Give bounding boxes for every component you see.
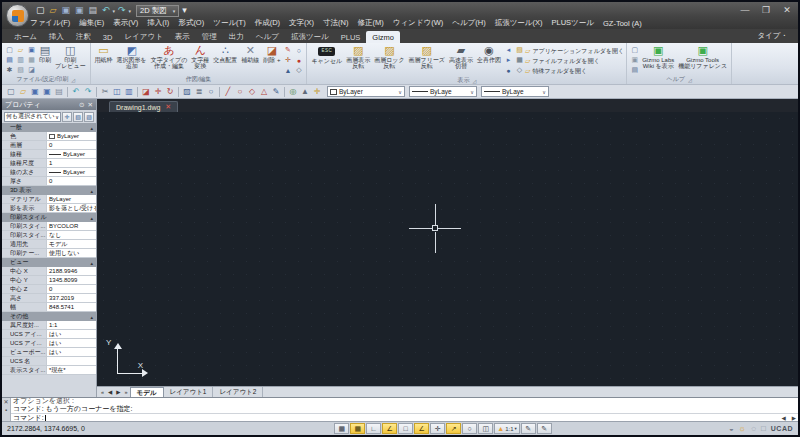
ribbon-tab-出力[interactable]: 出力 xyxy=(223,30,250,43)
gizmo-labs-wiki-button[interactable]: ▣Gizmo LabsWiki を表示 xyxy=(640,44,676,70)
property-value[interactable]: 1:1 xyxy=(46,321,96,329)
clean-screen-icon[interactable]: ◌ xyxy=(751,424,756,433)
workspace-dropdown[interactable]: 2D 製図▾ xyxy=(136,5,179,17)
save-dwg-icon[interactable]: ▤ xyxy=(4,55,15,65)
help-page-icon[interactable]: ▣ xyxy=(629,55,640,65)
annotation-scale-button[interactable]: ▲1:1▾ xyxy=(494,423,520,434)
export-icon[interactable]: ▥ xyxy=(15,55,26,65)
grid-toggle[interactable]: ▦ xyxy=(350,423,365,434)
view-grid-icon[interactable]: ▦ xyxy=(514,55,525,65)
drawing-canvas[interactable]: Y X xyxy=(97,112,798,386)
draw-arc-icon[interactable]: △ xyxy=(258,86,270,98)
move-tool-icon[interactable]: ✛ xyxy=(282,55,293,65)
user-tool-icon[interactable]: ◇ xyxy=(293,65,304,75)
menu-item[interactable]: ウィンドウ(W) xyxy=(393,18,443,28)
section-header[interactable]: その他▴ xyxy=(2,312,96,321)
snap-toggle[interactable]: ▦ xyxy=(334,423,349,434)
point-tool-icon[interactable]: ● xyxy=(293,55,304,65)
view-next-icon[interactable]: ▸ xyxy=(503,55,514,65)
section-header[interactable]: 3D 表示▴ xyxy=(2,186,96,195)
menu-item[interactable]: 文字(X) xyxy=(289,18,314,28)
ribbon-tab-注釈[interactable]: 注釈 xyxy=(70,30,97,43)
property-value[interactable]: 848.5741 xyxy=(46,303,96,311)
property-value[interactable]: なし xyxy=(46,231,96,239)
chevron-down-icon[interactable]: ▾ xyxy=(113,8,116,14)
save-file-icon[interactable]: ▣ xyxy=(29,86,41,98)
command-history[interactable]: オプションを選択 :コマンド: もう一方のコーナーを指定:コマンド:◀▶ xyxy=(11,398,798,421)
open-special-folder-button[interactable]: ▱特殊フォルダを開く xyxy=(525,66,624,76)
intersection-place-button[interactable]: ∴交点配置 xyxy=(211,44,239,63)
menu-item[interactable]: PLUSツール xyxy=(552,18,594,28)
print-icon[interactable]: ▤ xyxy=(53,86,65,98)
tips-bulb-icon[interactable]: ☼ xyxy=(739,424,746,433)
property-value[interactable]: はい xyxy=(46,348,96,356)
menu-item[interactable]: 作成(D) xyxy=(255,18,280,28)
scroll-arrow-icon[interactable]: ▶ xyxy=(792,415,796,421)
menu-item[interactable]: 形式(O) xyxy=(178,18,204,28)
save-all-icon[interactable]: ▣ xyxy=(41,86,53,98)
pin-icon[interactable]: ⊙ xyxy=(79,101,84,109)
add-selection-button[interactable]: ◩選択図形を追加 xyxy=(115,44,149,70)
dialog-launcher-icon[interactable]: ◿ xyxy=(71,77,75,83)
command-grip-icon[interactable]: ▪ xyxy=(5,407,7,413)
undo-icon[interactable]: ↶ xyxy=(70,86,82,98)
close-icon[interactable]: ✕ xyxy=(165,103,171,111)
close-command-icon[interactable]: ✕ xyxy=(3,399,8,405)
toolbar-overflow-icon[interactable]: ▾ xyxy=(180,6,189,15)
print-preview-button[interactable]: ◫印刷プレビュー xyxy=(53,44,88,70)
ribbon-tab-レイアウト[interactable]: レイアウト xyxy=(118,30,168,43)
draw-line-icon[interactable]: ╱ xyxy=(222,86,234,98)
section-header[interactable]: ビュー▴ xyxy=(2,258,96,267)
property-value[interactable]: 0 xyxy=(46,141,96,149)
file-tab-drawing1[interactable]: Drawing1.dwg ✕ xyxy=(109,101,178,112)
menu-item[interactable]: 寸法(N) xyxy=(323,18,348,28)
find-icon[interactable]: ○ xyxy=(205,86,217,98)
property-value[interactable]: 2188.9946 xyxy=(46,267,96,275)
lineweight-dropdown[interactable]: ByLaye ∨ xyxy=(481,86,549,97)
minimize-button[interactable]: — xyxy=(738,5,752,15)
quick-select-button[interactable]: ▨ xyxy=(84,112,94,122)
property-value[interactable]: 1 xyxy=(46,159,96,167)
toggle-pickadd-button[interactable]: ✛ xyxy=(62,112,72,122)
section-header[interactable]: 一般▴ xyxy=(2,123,96,132)
move-icon[interactable]: ✛ xyxy=(152,86,164,98)
osnap-toggle[interactable]: □ xyxy=(398,423,413,434)
layout-nav-icon[interactable]: ▶ xyxy=(114,389,122,395)
type-search-label[interactable]: タイプ・ xyxy=(757,31,788,41)
match-properties-icon[interactable]: ▨ xyxy=(181,86,193,98)
save-as-icon[interactable]: ▣ xyxy=(73,6,86,15)
layout-tab-レイアウト2[interactable]: レイアウト2 xyxy=(213,387,263,397)
ribbon-tab-管理[interactable]: 管理 xyxy=(196,30,223,43)
rotate-icon[interactable]: ↻ xyxy=(164,86,176,98)
color-dropdown[interactable]: ByLayer ∨ xyxy=(327,86,405,97)
new-file-icon[interactable]: ▢ xyxy=(34,6,47,15)
property-value[interactable]: BYCOLOR xyxy=(46,222,96,230)
options-icon[interactable]: ◪ xyxy=(26,65,37,75)
property-value[interactable]: ByLayer xyxy=(46,195,96,203)
menu-item[interactable]: ヘルプ(H) xyxy=(452,18,485,28)
ribbon-tab-挿入[interactable]: 挿入 xyxy=(43,30,70,43)
dyn-input-toggle[interactable]: ✛ xyxy=(430,423,445,434)
ribbon-tab-ホーム[interactable]: ホーム xyxy=(8,30,43,43)
page-setup-icon[interactable]: ▦ xyxy=(26,55,37,65)
redo-icon[interactable]: ↷ xyxy=(116,6,128,15)
text-convert-button[interactable]: ん文字種変換 xyxy=(189,44,211,70)
zoom-tool-icon[interactable]: ○ xyxy=(293,45,304,55)
copy-icon[interactable]: ◫ xyxy=(111,86,123,98)
section-header[interactable]: 印刷スタイル▴ xyxy=(2,213,96,222)
collapse-icon[interactable]: ▴ xyxy=(90,260,93,266)
ribbon-tab-3D[interactable]: 3D xyxy=(97,31,119,43)
select-objects-button[interactable]: ▧ xyxy=(73,112,83,122)
menu-item[interactable]: 拡張ツール(X) xyxy=(495,18,543,28)
property-value[interactable]: *現在* xyxy=(46,366,96,374)
cancel-button[interactable]: ESCキャンセル xyxy=(309,44,344,64)
view-layer-icon[interactable]: ▧ xyxy=(514,45,525,55)
help-doc-icon[interactable]: ▢ xyxy=(629,45,640,55)
annotate-icon[interactable]: ✎ xyxy=(270,86,282,98)
paper-frame-button[interactable]: ▭用紙枠 xyxy=(93,44,115,63)
property-value[interactable]: ByLayer xyxy=(46,150,96,158)
layout-nav-icon[interactable]: ◀ xyxy=(106,389,114,395)
property-value[interactable]: 337.2019 xyxy=(46,294,96,302)
new-dwg-icon[interactable]: ▢ xyxy=(4,45,15,55)
property-value[interactable]: はい xyxy=(46,339,96,347)
